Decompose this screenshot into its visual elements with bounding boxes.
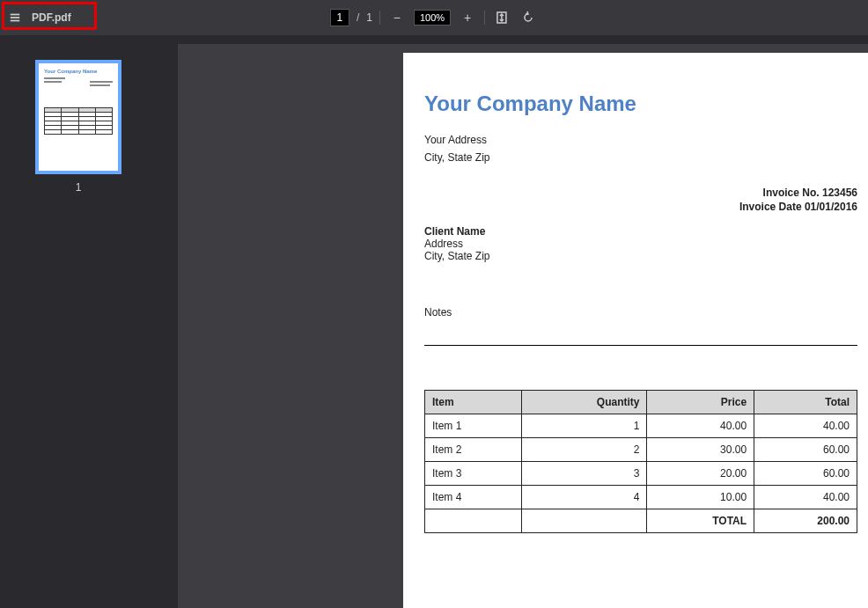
thumbnail-page-number: 1	[76, 181, 82, 194]
invoice-table: Item Quantity Price Total Item 1 1 40.00…	[424, 390, 857, 533]
fit-page-button[interactable]	[492, 8, 511, 27]
page-thumbnail[interactable]: Your Company Name	[35, 60, 121, 174]
zoom-level-display[interactable]: 100%	[414, 10, 451, 26]
cell-total: 60.00	[754, 438, 857, 462]
cell-item: Item 2	[425, 438, 522, 462]
cell-price: 40.00	[647, 414, 754, 438]
th-quantity: Quantity	[521, 391, 647, 414]
document-filename: PDF.pdf	[32, 11, 71, 24]
cell-qty: 3	[521, 462, 647, 486]
zoom-in-button[interactable]: +	[458, 8, 477, 27]
zoom-out-button[interactable]: −	[387, 8, 407, 27]
th-item: Item	[425, 391, 522, 414]
page-total: 1	[366, 11, 372, 24]
cell-item: Item 1	[425, 414, 522, 438]
footer-empty	[425, 509, 522, 533]
cell-item: Item 4	[425, 486, 522, 509]
invoice-date-value: 01/01/2016	[805, 201, 857, 213]
toolbar-divider	[379, 11, 380, 25]
cell-price: 30.00	[647, 438, 754, 462]
cell-price: 20.00	[647, 462, 754, 486]
thumbnail-item[interactable]: Your Company Name	[35, 60, 121, 194]
table-header-row: Item Quantity Price Total	[425, 391, 857, 414]
table-row: Item 3 3 20.00 60.00	[425, 462, 857, 486]
invoice-number-value: 123456	[822, 187, 857, 199]
thumbnail-sidebar: Your Company Name	[0, 35, 157, 608]
cell-qty: 1	[521, 414, 647, 438]
your-address-line2: City, State Zip	[424, 150, 857, 165]
pdf-page: Your Company Name Your Address City, Sta…	[403, 53, 868, 608]
your-address-line1: Your Address	[424, 132, 857, 148]
cell-item: Item 3	[425, 462, 522, 486]
footer-empty	[521, 509, 647, 533]
cell-qty: 2	[521, 438, 647, 462]
cell-total: 60.00	[754, 462, 857, 486]
invoice-date-label: Invoice Date	[739, 201, 805, 213]
page-number-input[interactable]	[330, 9, 349, 26]
invoice-number: Invoice No. 123456	[424, 187, 857, 199]
notes-label: Notes	[424, 306, 857, 319]
rotate-button[interactable]	[519, 8, 538, 27]
invoice-number-label: Invoice No.	[763, 187, 822, 199]
th-price: Price	[647, 391, 754, 414]
table-footer-row: TOTAL 200.00	[425, 509, 857, 533]
invoice-date: Invoice Date 01/01/2016	[424, 201, 857, 213]
page-separator: /	[357, 11, 359, 24]
client-address-line1: Address	[424, 238, 857, 250]
page-viewer[interactable]: Your Company Name Your Address City, Sta…	[157, 35, 868, 608]
table-row: Item 1 1 40.00 40.00	[425, 414, 857, 438]
notes-rule	[424, 345, 857, 346]
table-row: Item 4 4 10.00 40.00	[425, 486, 857, 509]
table-row: Item 2 2 30.00 60.00	[425, 438, 857, 462]
toolbar-divider	[484, 11, 485, 25]
cell-qty: 4	[521, 486, 647, 509]
footer-total-value: 200.00	[754, 509, 857, 533]
client-address-line2: City, State Zip	[424, 250, 857, 262]
client-name: Client Name	[424, 225, 857, 238]
th-total: Total	[754, 391, 857, 414]
pdf-viewer-toolbar: PDF.pdf / 1 − 100% +	[0, 0, 868, 35]
company-name: Your Company Name	[424, 92, 857, 116]
cell-total: 40.00	[754, 414, 857, 438]
cell-price: 10.00	[647, 486, 754, 509]
cell-total: 40.00	[754, 486, 857, 509]
footer-total-label: TOTAL	[647, 509, 754, 533]
sidebar-toggle-icon[interactable]	[7, 11, 23, 24]
